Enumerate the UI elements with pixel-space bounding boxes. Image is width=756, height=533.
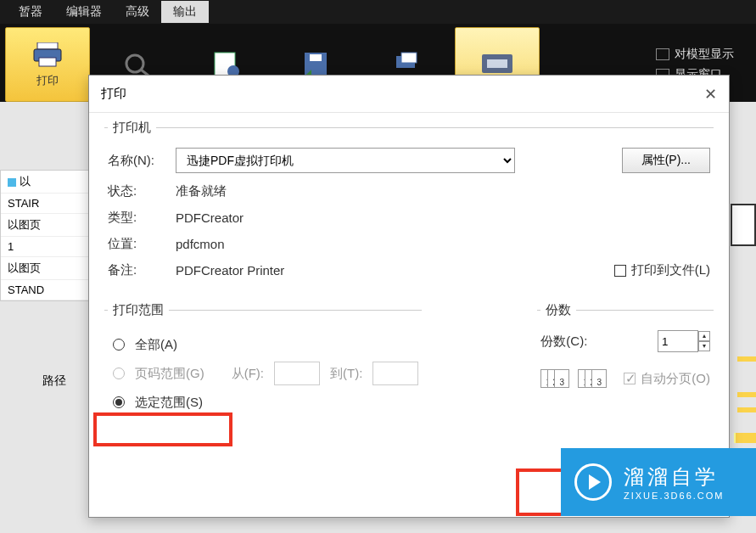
collate-checkbox: ✓自动分页(O) bbox=[624, 371, 710, 387]
list-item[interactable]: 以图页 bbox=[1, 214, 91, 237]
printer-name-label: 名称(N): bbox=[108, 153, 176, 169]
list-item[interactable]: 以图页 bbox=[1, 257, 91, 280]
ribbon-label: 打印 bbox=[36, 73, 59, 88]
from-label: 从(F): bbox=[232, 366, 264, 382]
list-item[interactable]: 以 bbox=[1, 171, 91, 194]
decoration bbox=[737, 356, 756, 362]
menu-bar: 暂器 编辑器 高级 输出 bbox=[0, 0, 756, 24]
type-label: 类型: bbox=[108, 210, 176, 226]
decoration bbox=[734, 433, 756, 443]
location-label: 位置: bbox=[108, 236, 176, 252]
svg-rect-13 bbox=[487, 59, 507, 68]
menu-item[interactable]: 编辑器 bbox=[54, 1, 114, 23]
badge-subtitle: ZIXUE.3D66.COM bbox=[624, 491, 724, 501]
list-item[interactable]: STAND bbox=[1, 280, 91, 300]
svg-rect-8 bbox=[310, 54, 322, 61]
play-icon bbox=[574, 463, 612, 501]
status-label: 状态: bbox=[108, 183, 176, 199]
badge-title: 溜溜自学 bbox=[624, 463, 724, 491]
show-model-option[interactable]: 对模型显示 bbox=[656, 47, 734, 62]
close-icon[interactable]: ✕ bbox=[704, 85, 717, 104]
properties-button[interactable]: 属性(P)... bbox=[622, 148, 710, 173]
left-list: 以 STAIR 以图页 1 以图页 STAND bbox=[0, 170, 92, 301]
range-pages-radio: 页码范围(G) 从(F): 到(T): bbox=[108, 359, 418, 388]
copies-label: 份数(C): bbox=[540, 334, 658, 350]
svg-rect-0 bbox=[37, 42, 58, 49]
list-item[interactable]: STAIR bbox=[1, 194, 91, 214]
dialog-titlebar: 打印 ✕ bbox=[89, 76, 729, 113]
fieldset-legend: 份数 bbox=[540, 302, 576, 318]
decoration bbox=[737, 407, 756, 412]
to-input bbox=[372, 362, 418, 385]
from-input bbox=[274, 362, 320, 385]
print-to-file-checkbox[interactable]: 打印到文件(L) bbox=[614, 262, 710, 278]
to-label: 到(T): bbox=[330, 366, 362, 382]
menu-item[interactable]: 高级 bbox=[114, 1, 161, 23]
type-value: PDFCreator bbox=[176, 210, 710, 225]
fieldset-legend: 打印范围 bbox=[108, 302, 169, 318]
printer-select[interactable]: 迅捷PDF虚拟打印机 bbox=[176, 148, 515, 173]
range-selection-radio[interactable]: 选定范围(S) bbox=[108, 388, 418, 417]
range-all-radio[interactable]: 全部(A) bbox=[108, 330, 418, 359]
ribbon-print-button[interactable]: 打印 bbox=[5, 27, 90, 102]
decoration bbox=[737, 392, 756, 397]
range-fieldset: 打印范围 全部(A) 页码范围(G) 从(F): 到(T): 选定范围(S) bbox=[104, 302, 422, 425]
printer-icon bbox=[30, 41, 65, 70]
note-value: PDFCreator Printer bbox=[176, 263, 614, 278]
copies-fieldset: 份数 份数(C): ▴▾ 123 123 ✓自动分页(O) bbox=[537, 302, 714, 425]
collate-icon: 123 bbox=[540, 369, 569, 388]
canvas-object bbox=[731, 204, 756, 246]
svg-rect-2 bbox=[39, 58, 56, 66]
svg-rect-11 bbox=[401, 53, 417, 63]
dialog-title: 打印 bbox=[101, 86, 126, 102]
watermark-badge: 溜溜自学 ZIXUE.3D66.COM bbox=[561, 448, 756, 516]
copies-input[interactable] bbox=[658, 330, 698, 352]
fieldset-legend: 打印机 bbox=[108, 120, 156, 136]
list-item[interactable]: 1 bbox=[1, 237, 91, 257]
note-label: 备注: bbox=[108, 262, 176, 278]
path-label: 路径 bbox=[42, 373, 66, 389]
menu-item[interactable]: 暂器 bbox=[7, 1, 54, 23]
menu-item-output[interactable]: 输出 bbox=[161, 1, 209, 23]
copies-spinner[interactable]: ▴▾ bbox=[698, 331, 710, 351]
window-icon bbox=[656, 48, 669, 60]
status-value: 准备就绪 bbox=[176, 183, 710, 199]
location-value: pdfcmon bbox=[176, 237, 710, 251]
collate-icon: 123 bbox=[578, 369, 607, 388]
printer-fieldset: 打印机 名称(N): 迅捷PDF虚拟打印机 属性(P)... 状态:准备就绪 类… bbox=[104, 120, 714, 297]
